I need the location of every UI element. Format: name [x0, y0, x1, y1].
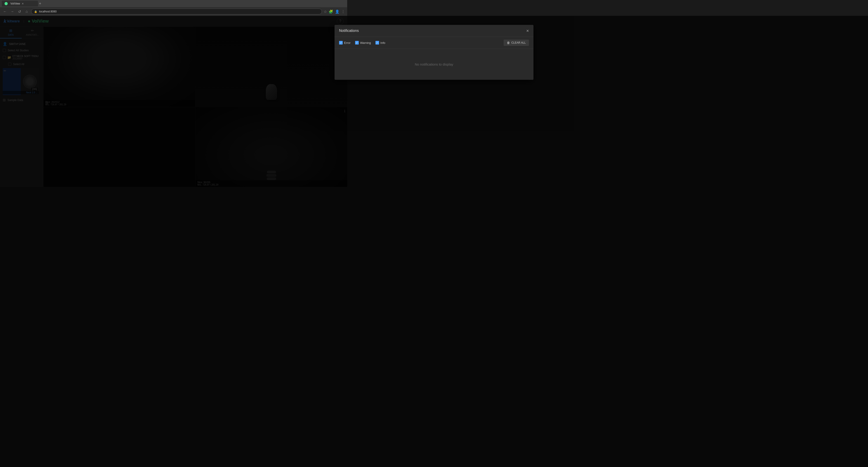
forward-button[interactable]: →	[9, 9, 15, 14]
error-label: Error	[344, 41, 347, 44]
modal-body: No notifications to display	[335, 49, 347, 80]
menu-icon[interactable]: ⋮	[341, 9, 345, 14]
bookmark-icon[interactable]: ☆	[324, 9, 327, 14]
filter-error[interactable]: ✓ Error	[339, 41, 347, 44]
tab-close-button[interactable]: ×	[22, 2, 24, 5]
filter-group: ✓ Error ✓ Warning ✓ Info	[339, 41, 347, 44]
url-bar[interactable]: 🔒 localhost:8080	[31, 8, 322, 14]
browser-nav-bar: ← → ↺ ⌂ 🔒 localhost:8080 ☆ 🧩 👤 ⋮	[0, 7, 347, 16]
modal-header: Notifications ×	[335, 25, 347, 37]
modal-overlay: Notifications × ✓ Error ✓ Warning ✓ Info	[0, 16, 347, 187]
modal-toolbar: ✓ Error ✓ Warning ✓ Info 🗑 CLEAR ALL	[335, 37, 347, 49]
modal-title: Notifications	[339, 29, 347, 33]
lock-icon: 🔒	[34, 10, 37, 13]
browser-nav-actions: ☆ 🧩 👤 ⋮	[324, 9, 345, 14]
tab-title: VolView	[10, 2, 20, 5]
error-checkbox[interactable]: ✓	[339, 41, 343, 44]
notifications-modal: Notifications × ✓ Error ✓ Warning ✓ Info	[335, 25, 347, 80]
tab-favicon	[4, 2, 8, 5]
back-button[interactable]: ←	[2, 9, 8, 14]
browser-tab[interactable]: VolView ×	[2, 1, 38, 6]
refresh-button[interactable]: ↺	[17, 9, 22, 14]
home-button[interactable]: ⌂	[24, 9, 29, 14]
extensions-icon[interactable]: 🧩	[329, 9, 333, 14]
browser-chrome: VolView × + ← → ↺ ⌂ 🔒 localhost:8080 ☆ 🧩…	[0, 0, 347, 16]
url-text: localhost:8080	[39, 10, 57, 13]
new-tab-button[interactable]: +	[39, 1, 41, 6]
browser-tab-bar: VolView × +	[0, 0, 347, 7]
profile-icon[interactable]: 👤	[335, 9, 340, 14]
